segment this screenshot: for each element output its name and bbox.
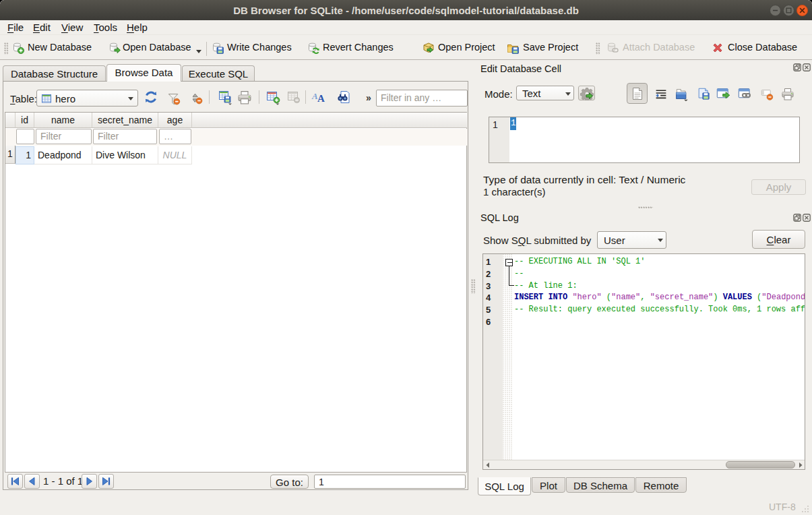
svg-text:A: A: [317, 93, 325, 104]
